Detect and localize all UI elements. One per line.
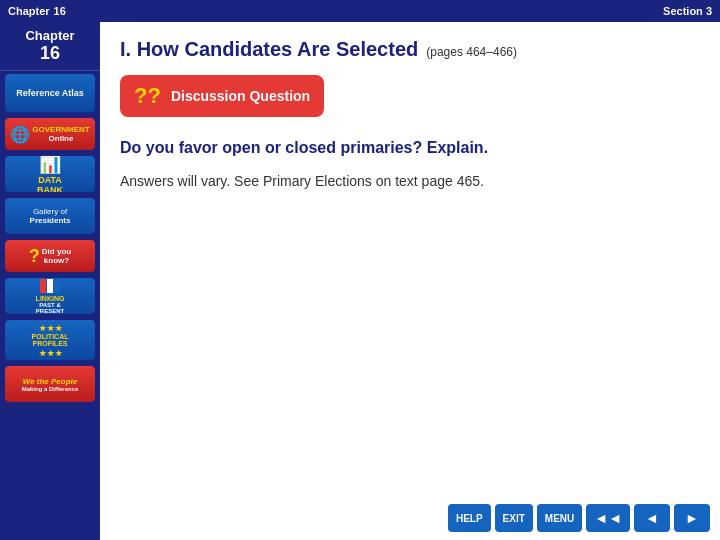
sidebar-item-data-bank[interactable]: 📊 DATA BANK: [5, 156, 95, 192]
sidebar: Chapter 16 Reference Atlas 🌐 GOVERNMENT …: [0, 0, 100, 540]
reference-atlas-label: Reference Atlas: [5, 74, 95, 112]
answer-text: Answers will vary. See Primary Elections…: [120, 171, 700, 192]
exit-button[interactable]: EXIT: [495, 504, 533, 532]
sidebar-item-political-profiles[interactable]: ★★★ POLITICAL PROFILES ★★★: [5, 320, 95, 360]
we-the-people-label: We the People Making a Difference: [5, 366, 95, 402]
next-button[interactable]: ►: [674, 504, 710, 532]
discussion-label: Discussion Question: [171, 88, 310, 104]
government-online-label: 🌐 GOVERNMENT Online: [5, 118, 95, 150]
sidebar-chapter-box: Chapter 16: [0, 22, 100, 71]
top-bar: Chapter 16 Section 3: [0, 0, 720, 22]
question-text: Do you favor open or closed primaries? E…: [120, 137, 700, 159]
chapter-label: Chapter: [8, 5, 50, 17]
linking-label: LINKING PAST & PRESENT: [5, 278, 95, 314]
did-you-know-label: ? Did you know?: [5, 240, 95, 272]
sidebar-item-linking[interactable]: LINKING PAST & PRESENT: [5, 278, 95, 314]
chapter-badge: Chapter 16: [8, 5, 66, 17]
sidebar-item-we-the-people[interactable]: We the People Making a Difference: [5, 366, 95, 402]
prev-button[interactable]: ◄: [634, 504, 670, 532]
pages-ref: (pages 464–466): [426, 45, 517, 59]
sidebar-chapter-number: 16: [4, 43, 96, 64]
chapter-number: 16: [54, 5, 66, 17]
bottom-nav: HELP EXIT MENU ◄◄ ◄ ►: [448, 504, 710, 532]
question-mark-icon: ??: [134, 83, 161, 109]
section-label: Section 3: [663, 5, 712, 17]
sidebar-item-government-online[interactable]: 🌐 GOVERNMENT Online: [5, 118, 95, 150]
sidebar-item-did-you-know[interactable]: ? Did you know?: [5, 240, 95, 272]
menu-button[interactable]: MENU: [537, 504, 582, 532]
section-heading: I. How Candidates Are Selected: [120, 38, 418, 61]
data-bank-label: 📊 DATA BANK: [5, 156, 95, 192]
page-title: I. How Candidates Are Selected (pages 46…: [120, 38, 700, 61]
back-button[interactable]: ◄◄: [586, 504, 630, 532]
gallery-label: Gallery of Presidents: [5, 198, 95, 234]
help-button[interactable]: HELP: [448, 504, 491, 532]
discussion-question-box: ?? Discussion Question: [120, 75, 324, 117]
sidebar-chapter-label: Chapter: [4, 28, 96, 43]
sidebar-item-gallery-presidents[interactable]: Gallery of Presidents: [5, 198, 95, 234]
sidebar-item-reference-atlas[interactable]: Reference Atlas: [5, 74, 95, 112]
main-content: I. How Candidates Are Selected (pages 46…: [100, 22, 720, 540]
political-profiles-label: ★★★ POLITICAL PROFILES ★★★: [5, 320, 95, 360]
